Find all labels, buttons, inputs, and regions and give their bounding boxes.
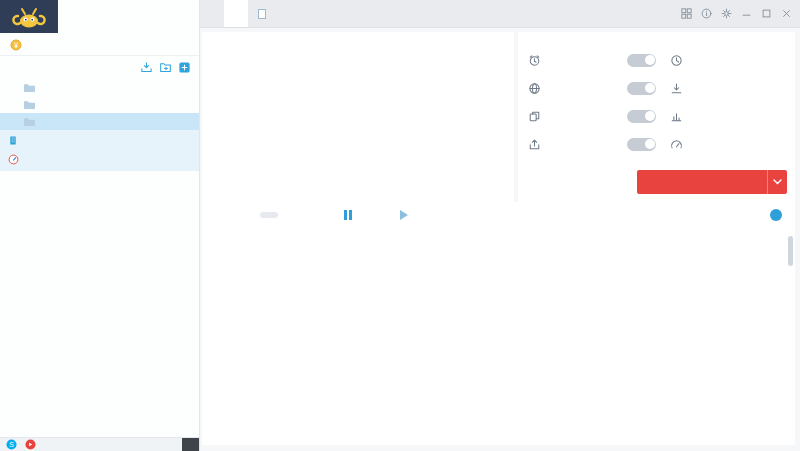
window-controls — [681, 0, 800, 27]
toggle-switch[interactable] — [627, 82, 656, 95]
status-setting — [528, 54, 656, 67]
status-metric — [656, 54, 785, 67]
gear-icon[interactable] — [721, 8, 732, 19]
help-link[interactable] — [770, 209, 787, 221]
speed-badge-icon — [8, 154, 19, 165]
import-task-icon[interactable] — [140, 61, 153, 74]
schedule-icon — [528, 54, 541, 67]
status-panel — [518, 32, 795, 202]
speed-up-label — [637, 170, 767, 194]
folder-icon — [23, 83, 36, 93]
tab-1[interactable] — [200, 0, 224, 27]
play-icon — [400, 210, 408, 220]
speed-icon — [670, 138, 683, 151]
new-task-icon[interactable] — [178, 61, 191, 74]
apps-grid-icon[interactable] — [681, 8, 692, 19]
pause-button[interactable] — [344, 210, 358, 220]
scraper-app-window: S — [0, 0, 800, 451]
table-scrollbar[interactable] — [788, 236, 793, 266]
tab-3[interactable] — [248, 0, 286, 27]
toggle-switch[interactable] — [627, 54, 656, 67]
start-button[interactable] — [400, 210, 414, 220]
status-metric — [656, 110, 785, 123]
coin-icon — [10, 39, 22, 51]
minimize-icon[interactable] — [741, 8, 752, 19]
results-panel — [202, 202, 795, 445]
sidebar-item-デフォルト[interactable] — [0, 113, 199, 130]
sidebar-item-Samples[interactable] — [0, 96, 199, 113]
status-setting — [528, 110, 656, 123]
tab-bar — [200, 0, 800, 28]
new-tab-button[interactable] — [286, 0, 310, 27]
video-icon[interactable] — [25, 439, 36, 450]
pay-link[interactable] — [10, 39, 27, 51]
runtime-icon — [670, 54, 683, 67]
download-icon — [670, 82, 683, 95]
status-row-2 — [528, 74, 785, 102]
data-icon — [670, 110, 683, 123]
speed-chart — [204, 48, 510, 198]
toggle-switch[interactable] — [627, 138, 656, 151]
view-tab-3[interactable] — [260, 212, 278, 218]
sidebar-item-test[interactable] — [0, 79, 199, 96]
tab-bar-tabs — [200, 0, 286, 27]
sidebar: S — [0, 0, 200, 451]
document-icon — [258, 9, 266, 19]
status-setting — [528, 82, 656, 95]
add-group-icon[interactable] — [159, 61, 172, 74]
info-icon[interactable] — [701, 8, 712, 19]
task-card[interactable] — [0, 130, 199, 171]
question-icon — [770, 209, 782, 221]
skype-icon[interactable]: S — [6, 439, 17, 450]
results-toolbar — [202, 202, 795, 228]
ip-rotation-icon — [528, 82, 541, 95]
task-tree — [0, 79, 199, 130]
status-row-3 — [528, 102, 785, 130]
pause-icon — [344, 210, 352, 220]
dedup-icon — [528, 110, 541, 123]
app-logo — [0, 0, 58, 33]
folder-icon — [23, 117, 36, 127]
auto-export-icon — [528, 138, 541, 151]
crab-mascot-icon — [7, 4, 51, 30]
all-tasks-header — [10, 61, 191, 74]
divider — [0, 55, 199, 56]
building-icon — [8, 135, 18, 146]
folder-icon — [23, 100, 36, 110]
speed-chart-panel — [202, 32, 514, 202]
sidebar-footer: S — [0, 437, 199, 451]
maximize-icon[interactable] — [761, 8, 772, 19]
svg-text:S: S — [9, 441, 14, 448]
status-metric — [656, 82, 785, 95]
status-setting — [528, 138, 656, 151]
status-metric — [656, 138, 785, 151]
toggle-switch[interactable] — [627, 110, 656, 123]
status-row-1 — [528, 46, 785, 74]
chevron-down-icon[interactable] — [767, 170, 787, 194]
tab-2[interactable] — [224, 0, 248, 27]
chat-widget[interactable] — [182, 438, 199, 451]
main-area — [200, 0, 800, 451]
status-row-4 — [528, 130, 785, 158]
close-window-icon[interactable] — [781, 8, 792, 19]
speed-up-button[interactable] — [637, 170, 787, 194]
